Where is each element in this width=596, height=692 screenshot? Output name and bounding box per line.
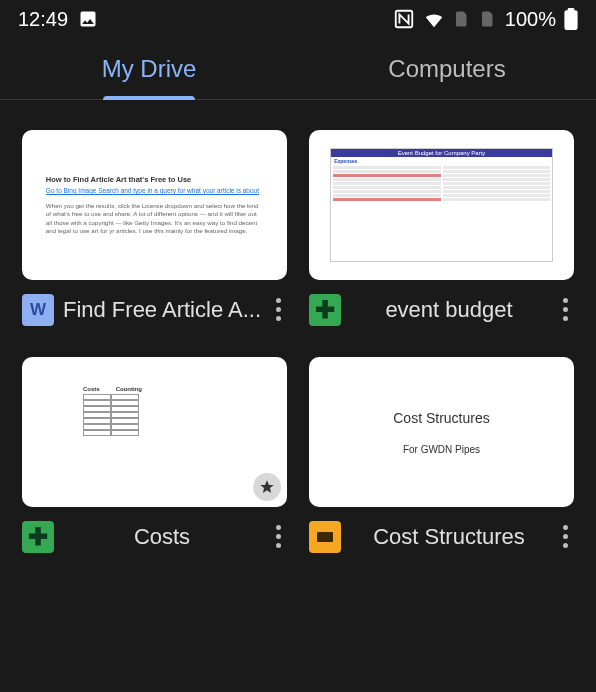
- status-left: 12:49: [18, 8, 98, 31]
- file-name: event budget: [347, 296, 551, 324]
- sheet-sub: Expenses: [331, 157, 552, 165]
- sim-disabled-icon: [453, 9, 471, 29]
- slides-icon: [309, 521, 341, 553]
- file-footer: W Find Free Article A...: [22, 292, 287, 327]
- svg-rect-2: [568, 8, 575, 11]
- file-card-cost-structures[interactable]: Cost Structures For GWDN Pipes Cost Stru…: [309, 357, 574, 554]
- sheets-icon: ✚: [309, 294, 341, 326]
- more-options-button[interactable]: [557, 519, 574, 554]
- status-bar: 12:49 100%: [0, 0, 596, 38]
- file-footer: Cost Structures: [309, 519, 574, 554]
- more-options-button[interactable]: [270, 292, 287, 327]
- doc-preview-sub: Go to Bing Image Search and type in a qu…: [46, 187, 263, 194]
- tabs: My Drive Computers: [0, 38, 596, 100]
- file-thumbnail: Cost Structures For GWDN Pipes: [309, 357, 574, 507]
- more-options-button[interactable]: [557, 292, 574, 327]
- sheet-preview: Event Budget for Company Party Expenses: [330, 148, 553, 262]
- slide-preview: Cost Structures For GWDN Pipes: [325, 410, 558, 455]
- sheet-header: Event Budget for Company Party: [331, 149, 552, 157]
- file-thumbnail: How to Find Article Art that's Free to U…: [22, 130, 287, 280]
- word-icon: W: [22, 294, 54, 326]
- file-card-event-budget[interactable]: Event Budget for Company Party Expenses …: [309, 130, 574, 327]
- slide-title: Cost Structures: [325, 410, 558, 426]
- svg-rect-1: [564, 10, 577, 30]
- battery-percentage: 100%: [505, 8, 556, 31]
- file-grid: How to Find Article Art that's Free to U…: [0, 100, 596, 584]
- file-card-costs[interactable]: CostsCounting ✚ Costs: [22, 357, 287, 554]
- wifi-icon: [423, 8, 445, 30]
- file-thumbnail: CostsCounting: [22, 357, 287, 507]
- sheets-icon: ✚: [22, 521, 54, 553]
- col-header: Counting: [116, 386, 142, 392]
- file-footer: ✚ event budget: [309, 292, 574, 327]
- nfc-icon: [393, 8, 415, 30]
- file-name: Find Free Article A...: [60, 296, 264, 324]
- doc-preview-body: When you get the results, click the Lice…: [46, 202, 263, 234]
- file-footer: ✚ Costs: [22, 519, 287, 554]
- status-right: 100%: [393, 8, 578, 31]
- slide-sub: For GWDN Pipes: [325, 444, 558, 455]
- status-time: 12:49: [18, 8, 68, 31]
- more-options-button[interactable]: [270, 519, 287, 554]
- tab-computers[interactable]: Computers: [298, 38, 596, 99]
- file-name: Costs: [60, 523, 264, 551]
- battery-icon: [564, 8, 578, 30]
- star-icon: [259, 479, 275, 495]
- image-icon: [78, 9, 98, 29]
- doc-preview-title: How to Find Article Art that's Free to U…: [46, 175, 263, 184]
- file-name: Cost Structures: [347, 523, 551, 551]
- tab-my-drive[interactable]: My Drive: [0, 38, 298, 99]
- sheet-preview: CostsCounting: [83, 386, 226, 479]
- starred-badge: [253, 473, 281, 501]
- col-header: Costs: [83, 386, 100, 392]
- file-thumbnail: Event Budget for Company Party Expenses: [309, 130, 574, 280]
- file-card-find-free-article[interactable]: How to Find Article Art that's Free to U…: [22, 130, 287, 327]
- doc-preview: How to Find Article Art that's Free to U…: [46, 169, 263, 240]
- sim-disabled-icon-2: [479, 9, 497, 29]
